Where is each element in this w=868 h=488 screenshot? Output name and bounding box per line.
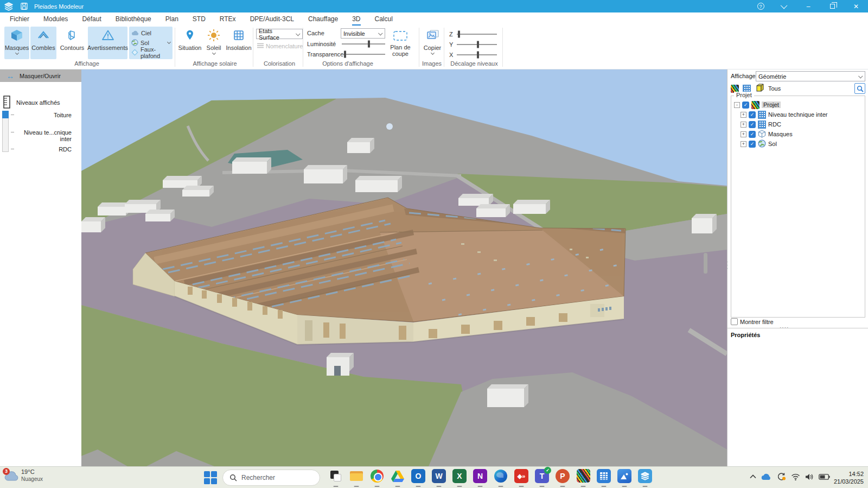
contours-button[interactable]: Contours <box>59 27 86 59</box>
menu-rtex[interactable]: RTEx <box>220 15 236 23</box>
geometrie-select[interactable]: Géométrie <box>756 71 865 81</box>
collapse-expander-icon[interactable]: - <box>734 102 740 108</box>
menu-3d[interactable]: 3D <box>352 15 360 23</box>
luminosite-slider-thumb[interactable] <box>368 41 370 48</box>
menu-calcul[interactable]: Calcul <box>375 15 393 23</box>
rdc-checkbox[interactable]: ✓ <box>749 121 756 128</box>
cube-yellow-icon[interactable] <box>755 84 764 93</box>
search-icon[interactable] <box>854 83 865 94</box>
taskbar-app-file-explorer-icon[interactable] <box>346 468 367 487</box>
montrer-filtre-checkbox[interactable] <box>731 318 738 325</box>
tray-battery-icon[interactable] <box>819 474 830 480</box>
menu-dpe-audit[interactable]: DPE/Audit-3CL <box>250 15 294 23</box>
menu-defaut[interactable]: Défaut <box>82 15 101 23</box>
start-button[interactable] <box>204 471 217 484</box>
expand-expander-icon[interactable]: + <box>741 141 746 147</box>
tray-wifi-icon[interactable] <box>791 473 800 480</box>
plan-de-coupe-button[interactable]: Plan de coupe <box>385 27 416 59</box>
montrer-filtre-row[interactable]: Montrer filtre <box>731 318 774 325</box>
tree-row-projet[interactable]: - ✓ Projet <box>734 100 781 109</box>
taskbar-app-google-drive-icon[interactable] <box>387 468 408 487</box>
close-icon[interactable]: ✕ <box>844 0 868 12</box>
help-icon[interactable]: ? <box>749 0 773 12</box>
expand-expander-icon[interactable]: + <box>741 131 746 137</box>
tree-row-masques[interactable]: + ✓ Masques <box>741 130 793 138</box>
x-slider[interactable] <box>457 54 497 55</box>
masques-button[interactable]: Masques <box>4 27 29 59</box>
taskbar-app-word-icon[interactable]: W <box>429 468 449 487</box>
tray-chevron-up-icon[interactable] <box>750 474 756 479</box>
levels-slider-thumb[interactable] <box>2 111 9 118</box>
3d-viewport[interactable] <box>81 69 727 466</box>
luminosite-slider[interactable] <box>342 43 385 45</box>
tray-volume-icon[interactable] <box>805 473 814 480</box>
level-niveau-technique[interactable]: Niveau te...cnique inter <box>13 129 72 142</box>
y-slider[interactable] <box>457 44 497 45</box>
level-rdc[interactable]: RDC <box>13 146 72 153</box>
x-slider-thumb[interactable] <box>477 52 479 59</box>
canvas-scrollbar-thumb[interactable] <box>704 253 707 274</box>
copier-button[interactable]: Copier <box>421 27 444 59</box>
combles-button[interactable]: Combles <box>30 27 56 59</box>
insolation-button[interactable]: Insolation <box>226 27 252 59</box>
projet-checkbox[interactable]: ✓ <box>742 102 749 109</box>
menu-modules[interactable]: Modules <box>43 15 68 23</box>
nomenclature-button[interactable]: Nomenclature <box>257 42 303 50</box>
taskbar-app-pleiades-layers-icon[interactable] <box>635 468 655 487</box>
taskbar-app-edge-icon[interactable] <box>490 468 511 487</box>
minimize-icon[interactable]: – <box>796 0 820 12</box>
niveau-technique-checkbox[interactable]: ✓ <box>749 111 756 118</box>
search-input[interactable]: Rechercher <box>222 470 320 486</box>
taskbar-app-red-diamond-icon[interactable]: ◆» <box>511 468 532 487</box>
solar-grid-icon <box>232 29 245 43</box>
taskbar-app-outlook-icon[interactable]: O <box>408 468 429 487</box>
tree-row-sol[interactable]: + ✓ Sol <box>741 140 777 148</box>
sol-checkbox[interactable]: ✓ <box>749 141 756 148</box>
expand-expander-icon[interactable]: + <box>741 112 746 118</box>
taskbar-app-pleiades-modeler-icon[interactable] <box>573 468 593 487</box>
tray-sync-icon[interactable] <box>777 472 786 481</box>
tree-row-rdc[interactable]: + ✓ RDC <box>741 120 781 129</box>
menu-fichier[interactable]: Fichier <box>10 15 29 23</box>
taskbar-app-photos-icon[interactable] <box>614 468 635 487</box>
y-axis-label: Y <box>449 40 453 49</box>
weather-widget[interactable]: 3 19°C Nuageux <box>4 468 43 483</box>
masques-checkbox[interactable]: ✓ <box>749 131 756 138</box>
transparence-slider-thumb[interactable] <box>344 51 346 58</box>
menu-bibliotheque[interactable]: Bibliothèque <box>116 15 151 23</box>
taskbar-app-powerpoint-icon[interactable]: P <box>552 468 573 487</box>
clock[interactable]: 14:52 21/03/2025 <box>834 470 864 485</box>
vertical-splitter[interactable]: ··· <box>726 261 729 270</box>
level-toiture[interactable]: Toiture <box>13 112 72 118</box>
taskbar-app-task-view-icon[interactable] <box>326 468 346 487</box>
taskbar-app-teams-icon[interactable]: T✓ <box>532 468 552 487</box>
cache-select[interactable]: Invisible <box>341 28 385 39</box>
notification-badge: 3 <box>3 468 10 475</box>
faux-plafond-toggle[interactable]: Faux-plafond <box>131 48 171 58</box>
taskbar-app-pleiades-tables-icon[interactable] <box>593 468 614 487</box>
taskbar-app-onenote-icon[interactable]: N <box>470 468 490 487</box>
tray-onedrive-icon[interactable] <box>761 473 772 480</box>
collapse-ribbon-icon[interactable] <box>773 0 796 12</box>
z-slider-thumb[interactable] <box>458 31 460 38</box>
expand-expander-icon[interactable]: + <box>741 122 746 128</box>
taskbar-app-chrome-icon[interactable] <box>367 468 387 487</box>
menu-std[interactable]: STD <box>193 15 206 23</box>
masquer-ouvrir-header[interactable]: ↔ Masquer/Ouvrir <box>0 69 81 82</box>
group-label-images: Images <box>419 60 445 67</box>
tree-row-niveau-technique[interactable]: + ✓ Niveau technique inter <box>741 110 827 119</box>
etats-surface-select[interactable]: Etats Surface <box>256 29 303 39</box>
ciel-toggle[interactable]: Ciel <box>131 28 171 38</box>
transparence-slider[interactable] <box>342 54 385 55</box>
levels-slider[interactable] <box>2 111 9 152</box>
situation-button[interactable]: Situation <box>178 27 202 59</box>
avertissements-button[interactable]: Avertissements <box>88 27 127 59</box>
save-icon[interactable] <box>21 3 28 10</box>
restore-icon[interactable] <box>820 0 844 12</box>
menu-chauffage[interactable]: Chauffage <box>308 15 338 23</box>
y-slider-thumb[interactable] <box>477 41 479 48</box>
z-slider[interactable] <box>457 34 497 35</box>
menu-plan[interactable]: Plan <box>165 15 178 23</box>
taskbar-app-excel-icon[interactable]: X <box>449 468 470 487</box>
soleil-button[interactable]: Soleil <box>203 27 225 59</box>
